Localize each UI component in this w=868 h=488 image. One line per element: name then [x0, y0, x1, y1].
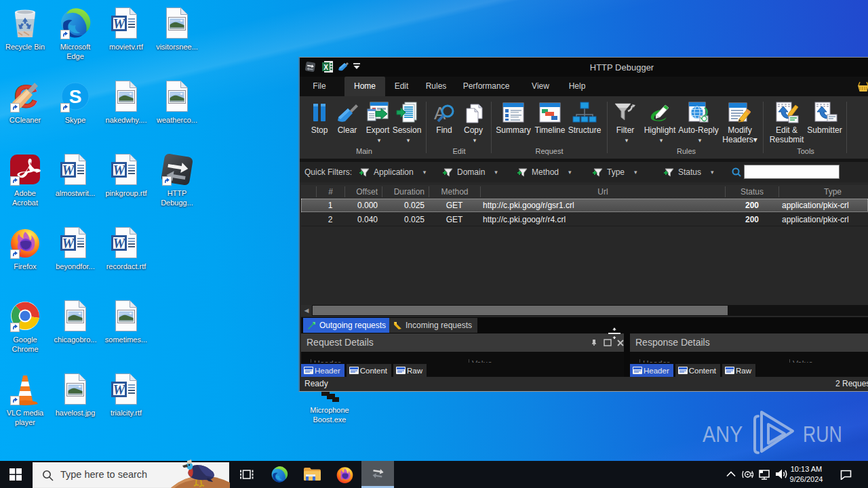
svg-text:S: S [69, 86, 82, 107]
